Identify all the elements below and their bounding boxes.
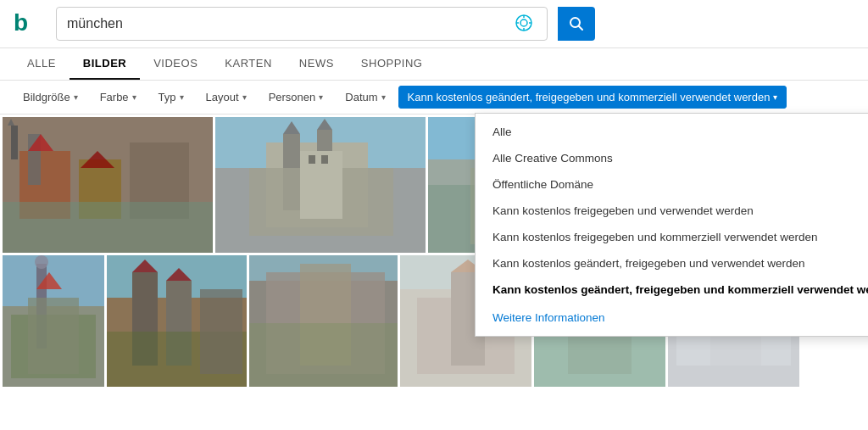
svg-rect-67 — [568, 332, 632, 374]
image-item[interactable] — [215, 117, 426, 253]
filter-datum[interactable]: Datum ▾ — [336, 86, 394, 109]
search-input[interactable] — [67, 16, 511, 31]
svg-rect-29 — [321, 155, 328, 164]
chevron-down-icon: ▾ — [74, 92, 78, 102]
tab-news[interactable]: NEWS — [286, 48, 348, 80]
svg-rect-28 — [309, 155, 315, 164]
image-item[interactable] — [3, 117, 213, 253]
dropdown-item-public-domain[interactable]: Öffentliche Domäne — [476, 171, 868, 198]
filter-bildgroesse[interactable]: Bildgröße ▾ — [14, 86, 87, 109]
filter-farbe[interactable]: Farbe ▾ — [91, 86, 146, 109]
image-item[interactable] — [249, 255, 398, 387]
bing-logo: b — [14, 8, 39, 40]
chevron-down-icon: ▾ — [132, 92, 136, 102]
search-bar — [56, 7, 548, 41]
filter-bar: Bildgröße ▾ Farbe ▾ Typ ▾ Layout ▾ Perso… — [0, 81, 868, 114]
chevron-down-icon: ▾ — [773, 92, 777, 102]
dropdown-item-alle-cc[interactable]: Alle Creative Commons — [476, 145, 868, 171]
filter-typ[interactable]: Typ ▾ — [149, 86, 193, 109]
tab-shopping[interactable]: SHOPPING — [348, 48, 437, 80]
chevron-down-icon: ▾ — [381, 92, 386, 102]
chevron-down-icon: ▾ — [319, 92, 323, 102]
svg-rect-58 — [249, 323, 398, 387]
dropdown-item-free-commercial[interactable]: Kann kostenlos freigegeben und kommerzie… — [476, 224, 868, 250]
search-button[interactable] — [558, 7, 595, 41]
svg-line-8 — [579, 26, 583, 31]
svg-point-2 — [520, 20, 527, 26]
dropdown-item-free-modify-commercial[interactable]: Kann kostenlos geändert, freigegeben und… — [476, 276, 868, 303]
camera-icon — [515, 14, 533, 32]
chevron-down-icon: ▾ — [180, 92, 184, 102]
svg-point-42 — [35, 255, 48, 269]
nav-tabs: ALLE BILDER VIDEOS KARTEN NEWS SHOPPING — [0, 48, 868, 81]
header: b — [0, 0, 868, 48]
svg-rect-44 — [28, 298, 79, 374]
chevron-down-icon: ▾ — [242, 92, 247, 102]
tab-bilder[interactable]: BILDER — [70, 48, 140, 80]
dropdown-item-alle[interactable]: Alle — [476, 119, 868, 145]
image-item[interactable] — [107, 255, 247, 387]
svg-text:b: b — [14, 9, 28, 34]
filter-layout[interactable]: Layout ▾ — [197, 86, 256, 109]
search-icons — [511, 10, 537, 38]
filter-personen[interactable]: Personen ▾ — [259, 86, 333, 109]
camera-icon-button[interactable] — [511, 10, 537, 38]
tab-karten[interactable]: KARTEN — [211, 48, 286, 80]
svg-rect-17 — [11, 126, 18, 159]
dropdown-item-free-use[interactable]: Kann kostenlos freigegeben und verwendet… — [476, 198, 868, 224]
search-icon — [569, 16, 584, 31]
tab-videos[interactable]: VIDEOS — [140, 48, 211, 80]
license-dropdown: Alle Alle Creative Commons Öffentliche D… — [475, 113, 868, 337]
dropdown-item-free-modify[interactable]: Kann kostenlos geändert, freigegeben und… — [476, 250, 868, 276]
image-item[interactable] — [3, 255, 104, 387]
svg-rect-53 — [200, 289, 242, 374]
filter-license[interactable]: Kann kostenlos geändert, freigegeben und… — [398, 86, 787, 109]
dropdown-link-info[interactable]: Weitere Informationen — [476, 303, 868, 331]
svg-rect-16 — [3, 202, 213, 253]
tab-alle[interactable]: ALLE — [14, 48, 70, 80]
